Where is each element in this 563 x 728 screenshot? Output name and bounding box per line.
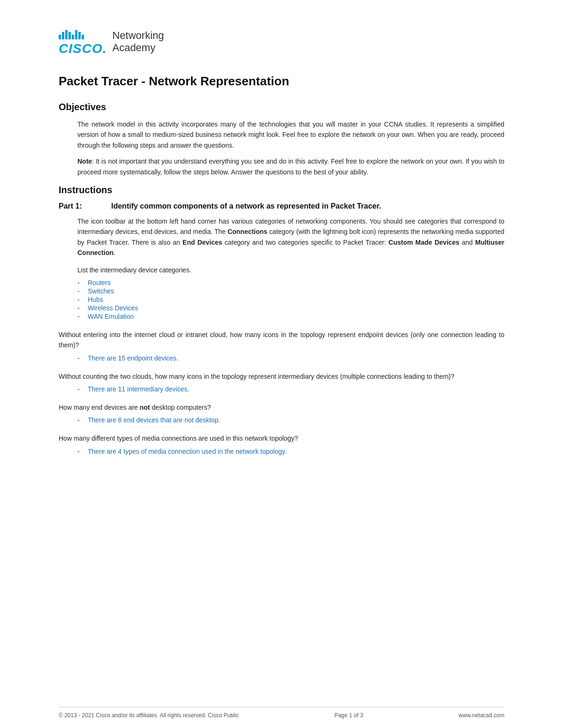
answer4-item: - There are 4 types of media connection … [77, 448, 504, 455]
connections-bold: Connections [228, 228, 267, 235]
svg-rect-4 [72, 35, 74, 39]
part1-label: Part 1: [59, 202, 96, 210]
list-text-wan: WAN Emulation [88, 313, 134, 320]
list-text-routers: Routers [88, 279, 111, 286]
objectives-para1: The network model in this activity incor… [77, 119, 504, 150]
answer4-text: There are 4 types of media connection us… [88, 448, 287, 455]
logo-container: CISCO. Networking Academy [59, 28, 504, 55]
list-dash-3: - [77, 296, 83, 303]
q3-bold: not [140, 404, 150, 411]
answer3-item: - There are 8 end devices that are not d… [77, 416, 504, 424]
footer: © 2013 - 2021 Cisco and/or its affiliate… [0, 707, 563, 719]
cisco-icon [59, 28, 87, 41]
question4-block: How many different types of media connec… [59, 433, 504, 455]
footer-url: www.netacad.com [459, 712, 504, 719]
custom-bold: Custom Made Devices [388, 239, 459, 246]
question3-text: How many end devices are not desktop com… [59, 402, 504, 413]
academy-label: Academy [112, 42, 164, 54]
list-text-switches: Switches [88, 287, 114, 295]
instructions-heading: Instructions [59, 185, 504, 195]
answer2-dash: - [77, 385, 83, 393]
svg-rect-1 [62, 32, 64, 39]
answer1-item: - There are 15 endpoint devices. [77, 354, 504, 362]
objectives-body1: The network model in this activity incor… [77, 119, 504, 177]
list-item-routers: - Routers [77, 279, 504, 286]
part1-body4: and [459, 239, 475, 246]
footer-inner: © 2013 - 2021 Cisco and/or its affiliate… [59, 707, 504, 719]
cisco-logo: CISCO. [59, 28, 107, 55]
answer1-text: There are 15 endpoint devices. [88, 354, 178, 362]
svg-rect-0 [59, 35, 61, 39]
question2-block: Without counting the two clouds, how man… [59, 371, 504, 393]
part1-body: The icon toolbar at the bottom left hand… [77, 216, 504, 258]
part1-title: Identify common components of a network … [111, 202, 381, 210]
question1-block: Without entering into the internet cloud… [59, 330, 504, 362]
instructions-section: Instructions Part 1: Identify common com… [59, 185, 504, 455]
answer2-item: - There are 11 intermediary devices. [77, 385, 504, 393]
list-dash-5: - [77, 313, 83, 320]
note-label: Note [77, 158, 92, 165]
footer-copyright: © 2013 - 2021 Cisco and/or its affiliate… [59, 712, 239, 719]
list-intro: List the intermediary device categories. [77, 265, 504, 275]
answer1-dash: - [77, 354, 83, 362]
q3-end: desktop computers? [150, 404, 211, 411]
question1-text: Without entering into the internet cloud… [59, 330, 504, 351]
list-item-switches: - Switches [77, 287, 504, 295]
networking-label: Networking [112, 30, 164, 42]
objectives-para2: Note: It is not important that you under… [77, 156, 504, 177]
answer4-dash: - [77, 448, 83, 455]
cisco-bars [59, 28, 107, 41]
question3-block: How many end devices are not desktop com… [59, 402, 504, 424]
question4-text: How many different types of media connec… [59, 433, 504, 443]
answer3-dash: - [77, 416, 83, 424]
part1-heading: Part 1: Identify common components of a … [59, 202, 504, 210]
list-text-wireless: Wireless Devices [88, 304, 138, 312]
svg-rect-6 [78, 32, 81, 39]
list-text-hubs: Hubs [88, 296, 103, 303]
answer2-text: There are 11 intermediary devices. [88, 385, 189, 393]
list-dash-4: - [77, 304, 83, 312]
intermediary-list: - Routers - Switches - Hubs - Wireless D… [59, 279, 504, 320]
list-dash-1: - [77, 279, 83, 286]
objectives-note-text: : It is not important that you understan… [77, 158, 504, 175]
list-dash-2: - [77, 287, 83, 295]
list-item-wan: - WAN Emulation [77, 313, 504, 320]
svg-rect-7 [82, 35, 84, 39]
svg-rect-2 [65, 30, 68, 39]
part1-body3: category and two categories specific to … [222, 239, 388, 246]
svg-rect-3 [68, 32, 71, 39]
list-item-wireless: - Wireless Devices [77, 304, 504, 312]
q3-start: How many end devices are [59, 404, 140, 411]
part1-intro: The icon toolbar at the bottom left hand… [77, 216, 504, 258]
end-devices-bold: End Devices [183, 239, 222, 246]
answer3-text: There are 8 end devices that are not des… [88, 416, 221, 424]
question2-text: Without counting the two clouds, how man… [59, 371, 504, 382]
page-title: Packet Tracer - Network Representation [59, 74, 504, 89]
objectives-heading: Objectives [59, 102, 504, 113]
cisco-text: CISCO. [59, 42, 107, 55]
part1-body5: . [114, 249, 115, 256]
svg-rect-5 [75, 30, 77, 39]
objectives-section: Objectives The network model in this act… [59, 102, 504, 177]
list-item-hubs: - Hubs [77, 296, 504, 303]
academy-text: Networking Academy [112, 30, 164, 54]
footer-page: Page 1 of 3 [335, 712, 363, 719]
